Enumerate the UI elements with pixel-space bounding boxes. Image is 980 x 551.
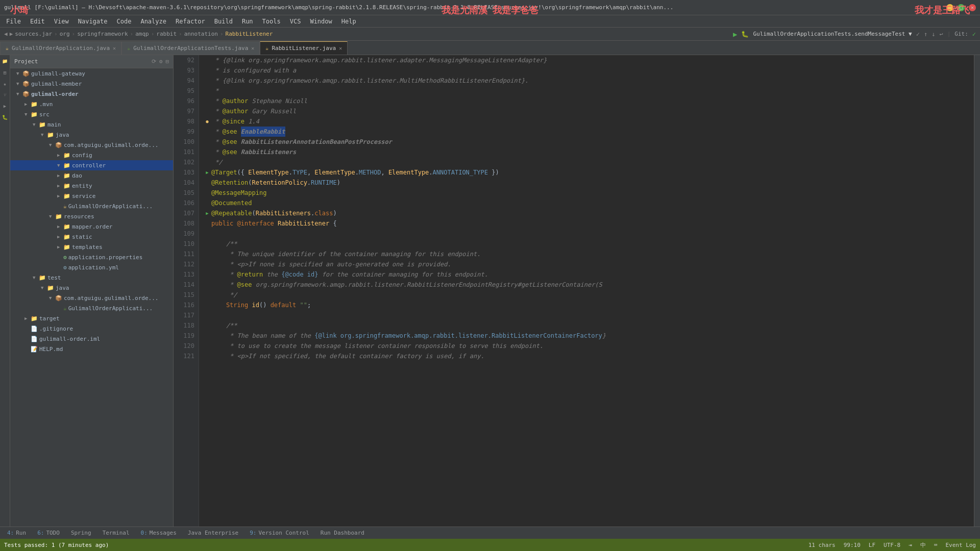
tree-label: HELP.md <box>39 346 63 353</box>
tree-item-main[interactable]: ▼ 📁 main <box>10 119 173 130</box>
project-nav-icon[interactable]: 📁 <box>1 57 9 65</box>
code-area[interactable]: 9293949596979899100101102103104105106107… <box>174 55 974 527</box>
tree-item-templates[interactable]: ▶ 📁 templates <box>10 242 173 252</box>
nav-back-icon[interactable]: ◀ <box>4 31 8 37</box>
tree-item-controller[interactable]: ▼ 📁 controller <box>10 160 173 170</box>
tree-item-config[interactable]: ▶ 📁 config <box>10 150 173 160</box>
tree-item-entity[interactable]: ▶ 📁 entity <box>10 181 173 191</box>
tree-item-order[interactable]: ▼ 📦 gulimall-order <box>10 89 173 99</box>
run-icon[interactable]: ▶ <box>733 30 737 38</box>
git-nav-icon[interactable]: ⑂ <box>1 91 9 99</box>
tab-gulimall-order-app[interactable]: ☕ GulimallOrderApplication.java ✕ <box>0 41 121 55</box>
debug-nav-icon[interactable]: 🐛 <box>1 113 9 121</box>
tree-item-dao[interactable]: ▶ 📁 dao <box>10 170 173 181</box>
project-gear-icon[interactable]: ⚙ <box>159 58 163 65</box>
run-nav-icon[interactable]: ▶ <box>1 102 9 110</box>
menu-item-help[interactable]: Help <box>337 17 360 26</box>
tree-item-gitignore[interactable]: 📄 .gitignore <box>10 323 173 334</box>
menu-item-tools[interactable]: Tools <box>258 17 285 26</box>
tree-label: main <box>47 121 61 128</box>
tree-item-target[interactable]: ▶ 📁 target <box>10 313 173 323</box>
tab-close-icon[interactable]: ✕ <box>339 45 342 51</box>
menu-item-refactor[interactable]: Refactor <box>172 17 209 26</box>
tree-item-test-package[interactable]: ▼ 📦 com.atguigu.gulimall.orde... <box>10 293 173 303</box>
event-log[interactable]: Event Log <box>945 542 976 548</box>
menu-item-edit[interactable]: Edit <box>26 17 49 26</box>
breadcrumb-sources[interactable]: sources.jar <box>15 31 52 37</box>
project-sync-icon[interactable]: ⟳ <box>152 58 156 65</box>
tree-item-src[interactable]: ▼ 📁 src <box>10 109 173 119</box>
tree-item-help[interactable]: 📝 HELP.md <box>10 344 173 354</box>
tree-item-mvn[interactable]: ▶ 📁 .mvn <box>10 99 173 109</box>
menu-item-window[interactable]: Window <box>306 17 336 26</box>
bottom-tab-java-enterprise[interactable]: Java Enterprise <box>183 528 243 539</box>
code-line <box>203 229 970 239</box>
tree-label: service <box>72 193 95 199</box>
git-commit-icon[interactable]: ✓ <box>916 31 920 38</box>
folder-icon: 📁 <box>63 193 70 199</box>
git-check-icon[interactable]: ✓ <box>972 31 976 38</box>
code-line: * @return the {@code id} for the contain… <box>203 269 970 280</box>
menu-item-code[interactable]: Code <box>113 17 136 26</box>
menu-item-view[interactable]: View <box>50 17 73 26</box>
tree-item-member[interactable]: ▼ 📦 gulimall-member <box>10 79 173 89</box>
tree-item-gulimall-app[interactable]: ☕ GulimallOrderApplicati... <box>10 201 173 211</box>
bottom-tab-run-dashboard[interactable]: Run Dashboard <box>315 528 370 539</box>
tree-item-test[interactable]: ▼ 📁 test <box>10 272 173 283</box>
tree-item-app-yml[interactable]: ⚙ application.yml <box>10 262 173 272</box>
menu-item-run[interactable]: Run <box>238 17 257 26</box>
menu-item-file[interactable]: File <box>2 17 25 26</box>
bottom-tab-messages[interactable]: 0:Messages <box>136 528 182 539</box>
bottom-tab-terminal[interactable]: Terminal <box>97 528 135 539</box>
dropdown-tests[interactable]: GulimallOrderApplicationTests.sendMessag… <box>753 31 912 37</box>
status-right: 11 chars 99:10 LF UTF-8 ⇥ 中 ⌨ Event Log <box>808 541 976 549</box>
git-update-icon[interactable]: ↓ <box>932 31 935 38</box>
tab-close-icon[interactable]: ✕ <box>113 45 116 51</box>
bottom-tab-run[interactable]: 4:Run <box>2 528 31 539</box>
code-token: EnableRabbit <box>241 127 285 137</box>
bottom-tab-version-control[interactable]: 9:Version Control <box>244 528 314 539</box>
breadcrumb-annotation[interactable]: annotation <box>184 31 218 37</box>
tree-item-package[interactable]: ▼ 📦 com.atguigu.gulimall.orde... <box>10 140 173 150</box>
breadcrumb-org[interactable]: org <box>60 31 70 37</box>
tree-item-static[interactable]: ▶ 📁 static <box>10 232 173 242</box>
minimize-button[interactable]: — <box>946 4 953 11</box>
folder-icon: 📁 <box>63 172 70 179</box>
tree-item-mapper-order[interactable]: ▶ 📁 mapper.order <box>10 221 173 232</box>
favorites-nav-icon[interactable]: ★ <box>1 80 9 88</box>
code-content[interactable]: * {@link org.springframework.amqp.rabbit… <box>199 55 974 527</box>
code-token: * <box>211 76 223 86</box>
breadcrumb-amqp[interactable]: amqp <box>135 31 149 37</box>
tree-item-resources[interactable]: ▼ 📁 resources <box>10 211 173 221</box>
folder-icon: 📁 <box>47 132 54 138</box>
tree-item-java[interactable]: ▼ 📁 java <box>10 130 173 140</box>
nav-forward-icon[interactable]: ▶ <box>10 31 13 37</box>
menu-item-build[interactable]: Build <box>210 17 237 26</box>
tree-item-iml[interactable]: 📄 gulimall-order.iml <box>10 334 173 344</box>
tab-close-icon[interactable]: ✕ <box>251 45 254 51</box>
tab-rabbit-listener[interactable]: ☕ RabbitListener.java ✕ <box>260 41 348 55</box>
tree-item-app-props[interactable]: ⚙ application.properties <box>10 252 173 262</box>
tree-item-service[interactable]: ▶ 📁 service <box>10 191 173 201</box>
tree-label: com.atguigu.gulimall.orde... <box>64 295 158 302</box>
tree-item-test-java[interactable]: ▼ 📁 java <box>10 283 173 293</box>
debug-icon[interactable]: 🐛 <box>741 31 749 38</box>
menu-item-analyze[interactable]: Analyze <box>136 17 170 26</box>
tree-item-tests[interactable]: ☕ GulimallOrderApplicati... <box>10 303 173 313</box>
breadcrumb-rabbitlistener[interactable]: RabbitListener <box>226 31 273 37</box>
maximize-button[interactable]: □ <box>958 4 965 11</box>
bottom-tab-todo[interactable]: 6:TODO <box>32 528 65 539</box>
structure-nav-icon[interactable]: ⊞ <box>1 68 9 77</box>
project-expand-icon[interactable]: ⊟ <box>165 58 169 65</box>
close-button[interactable]: ✕ <box>969 4 976 11</box>
bottom-tab-spring[interactable]: Spring <box>66 528 96 539</box>
tree-item-gateway[interactable]: ▼ 📦 gulimall-gateway <box>10 68 173 79</box>
breadcrumb-springframework[interactable]: springframework <box>77 31 128 37</box>
code-token: RabbitListener <box>278 218 329 229</box>
git-revert-icon[interactable]: ↩ <box>939 31 943 38</box>
menu-item-navigate[interactable]: Navigate <box>74 17 112 26</box>
git-push-icon[interactable]: ↑ <box>924 31 927 38</box>
breadcrumb-rabbit[interactable]: rabbit <box>156 31 177 37</box>
tab-gulimall-order-app-tests[interactable]: ☕ GulimallOrderApplicationTests.java ✕ <box>121 41 260 55</box>
menu-item-vcs[interactable]: VCS <box>286 17 305 26</box>
